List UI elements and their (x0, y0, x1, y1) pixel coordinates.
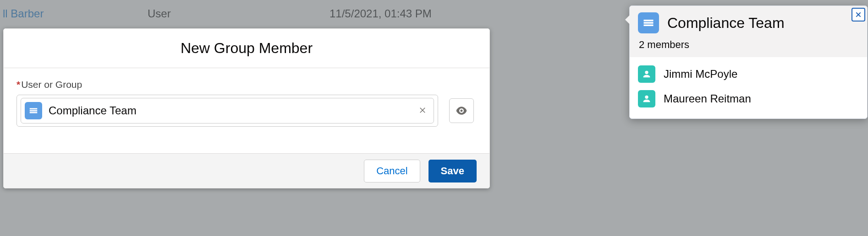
modal-footer: Cancel Save (4, 153, 489, 188)
popover-body: Jimmi McPoyle Maureen Reitman (630, 57, 867, 118)
chip-label: Compliance Team (49, 104, 411, 117)
new-group-member-modal: New Group Member *User or Group Complian… (3, 28, 490, 188)
group-icon (638, 12, 659, 33)
popover-title: Compliance Team (667, 15, 785, 32)
field-label-text: User or Group (21, 79, 82, 90)
clear-selection-button[interactable] (417, 105, 428, 116)
group-icon (25, 102, 42, 119)
modal-header: New Group Member (4, 29, 489, 68)
popover-title-row: Compliance Team (638, 12, 859, 33)
preview-button[interactable] (449, 98, 474, 123)
member-name: Maureen Reitman (664, 92, 751, 105)
popover-header: Compliance Team 2 members (630, 6, 867, 57)
selected-group-chip: Compliance Team (21, 98, 434, 123)
popover-subtitle: 2 members (638, 39, 859, 51)
member-row[interactable]: Jimmi McPoyle (638, 62, 859, 86)
user-icon (638, 65, 655, 83)
member-name: Jimmi McPoyle (664, 68, 737, 80)
modal-title: New Group Member (181, 40, 313, 57)
popover-close-button[interactable] (852, 8, 865, 21)
user-or-group-label: *User or Group (16, 79, 477, 90)
group-preview-popover: Compliance Team 2 members Jimmi McPoyle … (629, 5, 868, 119)
field-row: Compliance Team (16, 95, 477, 127)
save-button[interactable]: Save (429, 160, 477, 182)
required-indicator: * (16, 79, 20, 90)
user-or-group-input[interactable]: Compliance Team (16, 95, 438, 127)
modal-body: *User or Group Compliance Team (4, 68, 489, 139)
cancel-button[interactable]: Cancel (364, 160, 420, 182)
member-row[interactable]: Maureen Reitman (638, 86, 859, 111)
user-icon (638, 90, 655, 107)
